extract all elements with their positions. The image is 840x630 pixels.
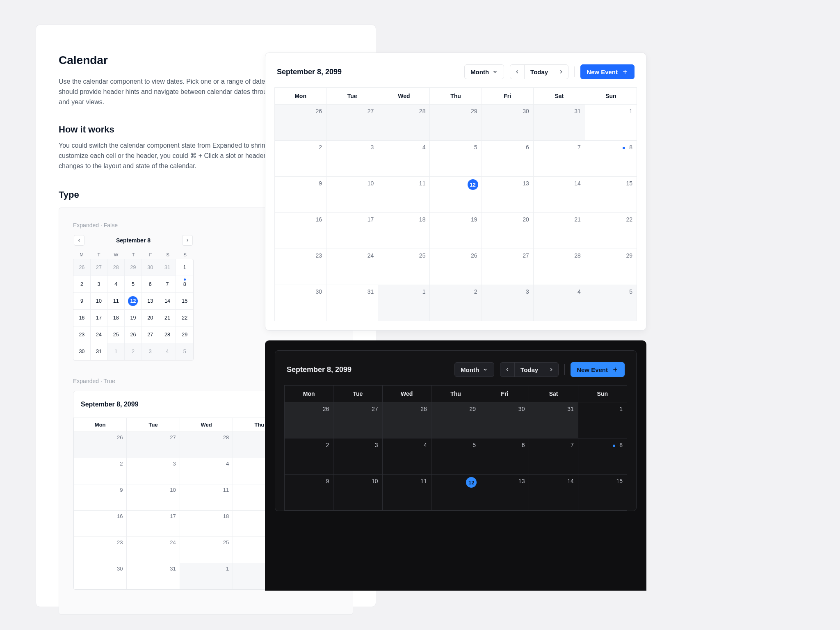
day-cell[interactable]: 16 [74,511,127,537]
mini-day-cell[interactable]: 4 [107,276,125,293]
mini-prev-button[interactable] [74,235,84,246]
day-cell[interactable]: 2 [285,438,333,475]
mini-day-cell[interactable]: 7 [159,276,176,293]
day-cell[interactable]: 3 [326,141,378,177]
prev-button[interactable] [510,64,525,79]
mini-day-cell[interactable]: 18 [107,310,125,326]
day-cell[interactable]: 13 [482,177,534,213]
day-cell[interactable]: 30 [275,285,326,321]
day-cell[interactable]: 2 [275,141,326,177]
day-cell[interactable]: 11 [378,177,430,213]
mini-day-cell[interactable]: 23 [73,326,91,343]
day-cell[interactable]: 10 [333,475,382,511]
day-cell[interactable]: 2 [430,285,482,321]
day-cell[interactable]: 27 [333,402,382,438]
day-cell[interactable]: 13 [480,475,529,511]
view-select[interactable]: Month [454,362,494,377]
mini-day-cell[interactable]: 5 [125,276,142,293]
day-cell[interactable]: 26 [74,432,127,458]
mini-day-cell[interactable]: 27 [91,259,108,276]
new-event-button[interactable]: New Event [580,64,635,79]
day-cell[interactable]: 5 [585,285,637,321]
day-cell[interactable]: 30 [480,402,529,438]
day-cell[interactable]: 11 [383,475,431,511]
day-cell[interactable]: 1 [585,105,637,141]
mini-day-cell[interactable]: 20 [142,310,159,326]
view-select[interactable]: Month [464,64,504,79]
day-cell[interactable]: 16 [275,213,326,249]
mini-day-cell[interactable]: 5 [176,343,193,360]
day-cell[interactable]: 11 [180,484,233,511]
mini-day-cell[interactable]: 28 [159,326,176,343]
day-cell[interactable]: 15 [578,475,627,511]
mini-day-cell[interactable]: 29 [125,259,142,276]
day-cell[interactable]: 20 [482,213,534,249]
mini-day-cell[interactable]: 19 [125,310,142,326]
day-cell[interactable]: 14 [534,177,585,213]
day-cell[interactable]: 1 [578,402,627,438]
day-cell[interactable]: 4 [383,438,431,475]
day-cell[interactable]: 31 [127,563,180,589]
day-cell[interactable]: 4 [378,141,430,177]
mini-day-cell[interactable]: 13 [142,293,159,310]
day-cell[interactable]: 23 [74,537,127,563]
day-cell[interactable]: 25 [180,537,233,563]
mini-day-cell[interactable]: 21 [159,310,176,326]
mini-day-cell[interactable]: 8 [176,276,193,293]
mini-day-cell[interactable]: 15 [176,293,193,310]
mini-day-cell[interactable]: 11 [107,293,125,310]
day-cell[interactable]: 9 [275,177,326,213]
mini-day-cell[interactable]: 2 [125,343,142,360]
day-cell[interactable]: 15 [585,177,637,213]
day-cell[interactable]: 6 [482,141,534,177]
day-cell[interactable]: 21 [534,213,585,249]
mini-day-cell[interactable]: 2 [73,276,91,293]
day-cell[interactable]: 31 [529,402,578,438]
day-cell[interactable]: 27 [127,432,180,458]
day-cell[interactable]: 26 [430,249,482,285]
today-button[interactable]: Today [524,64,554,79]
mini-day-cell[interactable]: 12 [125,293,142,310]
mini-day-cell[interactable]: 1 [107,343,125,360]
mini-day-cell[interactable]: 26 [73,259,91,276]
mini-day-cell[interactable]: 17 [91,310,108,326]
prev-button[interactable] [500,362,515,377]
day-cell[interactable]: 8 [585,141,637,177]
day-cell[interactable]: 8 [578,438,627,475]
next-button[interactable] [544,362,559,377]
mini-day-cell[interactable]: 25 [107,326,125,343]
day-cell[interactable]: 26 [275,105,326,141]
mini-day-cell[interactable]: 10 [91,293,108,310]
day-cell[interactable]: 24 [326,249,378,285]
day-cell[interactable]: 5 [430,141,482,177]
mini-day-cell[interactable]: 9 [73,293,91,310]
day-cell[interactable]: 3 [127,458,180,484]
day-cell[interactable]: 30 [482,105,534,141]
day-cell[interactable]: 14 [529,475,578,511]
day-cell[interactable]: 22 [585,213,637,249]
day-cell[interactable]: 4 [180,458,233,484]
day-cell[interactable]: 29 [585,249,637,285]
day-cell[interactable]: 4 [534,285,585,321]
day-cell[interactable]: 10 [326,177,378,213]
day-cell[interactable]: 18 [180,511,233,537]
day-cell[interactable]: 5 [431,438,480,475]
day-cell[interactable]: 28 [383,402,431,438]
day-cell[interactable]: 28 [378,105,430,141]
mini-day-cell[interactable]: 30 [142,259,159,276]
day-cell[interactable]: 12 [430,177,482,213]
day-cell[interactable]: 18 [378,213,430,249]
mini-day-cell[interactable]: 30 [73,343,91,360]
day-cell[interactable]: 1 [180,563,233,589]
day-cell[interactable]: 1 [378,285,430,321]
mini-day-cell[interactable]: 22 [176,310,193,326]
day-cell[interactable]: 27 [326,105,378,141]
day-cell[interactable]: 3 [482,285,534,321]
day-cell[interactable]: 31 [534,105,585,141]
mini-day-cell[interactable]: 29 [176,326,193,343]
day-cell[interactable]: 6 [480,438,529,475]
mini-next-button[interactable] [182,235,193,246]
day-cell[interactable]: 29 [431,402,480,438]
mini-day-cell[interactable]: 4 [159,343,176,360]
day-cell[interactable]: 17 [127,511,180,537]
